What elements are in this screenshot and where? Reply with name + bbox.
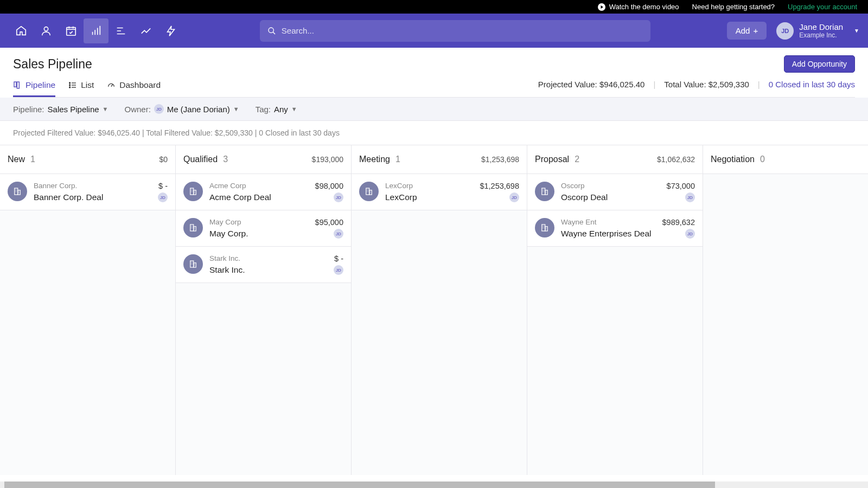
card-company: May Corp [209,218,241,227]
card-owner-avatar: JD [509,192,519,202]
tab-pipeline[interactable]: Pipeline [13,77,55,97]
nav-calendar[interactable] [59,18,84,43]
filter-pipeline[interactable]: Pipeline: Sales Pipeline ▼ [13,105,108,114]
column-count: 0 [760,155,765,164]
card-deal-name: Acme Corp Deal [209,192,271,202]
column-header: New1$0 [0,145,175,174]
card-company: Banner Corp. [34,182,77,190]
opportunity-card[interactable]: Acme Corp$98,000Acme Corp DealJD [176,174,351,210]
nav-pipeline[interactable] [84,18,108,43]
column-header: Qualified3$193,000 [176,145,351,174]
tab-list[interactable]: List [68,77,94,97]
card-deal-name: Stark Inc. [209,265,245,275]
promo-bar: Watch the demo video Need help getting s… [0,0,868,14]
company-icon [535,182,554,201]
cards-container: Acme Corp$98,000Acme Corp DealJDMay Corp… [176,174,351,283]
scrollbar-thumb[interactable] [4,481,715,488]
opportunity-card[interactable]: Oscorp$73,000Oscorp DealJD [527,174,703,210]
chevron-down-icon: ▼ [233,106,239,112]
card-deal-name: LexCorp [385,192,417,202]
card-amount: $73,000 [667,182,695,190]
user-menu[interactable]: JD Jane Dorian Example Inc. ▼ [776,22,859,40]
list-icon [68,81,77,89]
card-amount: $989,632 [662,218,695,227]
column-title: Proposal [535,155,569,164]
watch-demo-text: Watch the demo video [609,3,679,11]
card-deal-name: May Corp. [209,229,248,239]
card-company: Acme Corp [209,182,246,190]
svg-point-6 [69,82,71,84]
search-input[interactable] [282,26,643,35]
company-icon [535,218,554,237]
company-icon [183,218,203,237]
column-title: Qualified [183,155,218,164]
projected-stat: Projected Value: $946,025.40 [538,80,645,89]
nav-reports[interactable] [133,18,158,43]
column-title: New [8,155,25,164]
card-company: LexCorp [385,182,413,190]
user-name: Jane Dorian [799,22,843,31]
nav-home[interactable] [9,18,34,43]
tab-dashboard[interactable]: Dashboard [107,77,161,97]
svg-point-1 [44,27,48,30]
opportunity-card[interactable]: Stark Inc.$ -Stark Inc.JD [176,247,351,283]
card-owner-avatar: JD [685,229,695,239]
mini-stats: Projected Filtered Value: $946,025.40 | … [0,121,868,145]
horizontal-scrollbar[interactable] [0,481,868,488]
card-amount: $98,000 [315,182,343,190]
plus-icon: + [753,26,758,35]
column-count: 1 [30,155,35,164]
card-owner-avatar: JD [334,265,343,275]
closed-stat[interactable]: 0 Closed in last 30 days [769,80,855,89]
kanban-column: Qualified3$193,000Acme Corp$98,000Acme C… [176,145,352,475]
cards-container: LexCorp$1,253,698LexCorpJD [352,174,527,210]
column-value: $1,062,632 [657,155,695,164]
column-count: 2 [575,155,579,164]
card-amount: $1,253,698 [480,182,519,190]
search-box[interactable] [260,20,650,42]
gauge-icon [107,81,116,89]
filter-owner[interactable]: Owner: JD Me (Jane Dorian) ▼ [125,104,239,114]
card-deal-name: Banner Corp. Deal [34,192,103,202]
card-company: Stark Inc. [209,254,240,263]
opportunity-card[interactable]: LexCorp$1,253,698LexCorpJD [352,174,527,210]
add-opportunity-button[interactable]: Add Opportunity [784,55,855,73]
opportunity-card[interactable]: May Corp$95,000May Corp.JD [176,210,351,247]
nav-automations[interactable] [158,18,183,43]
svg-rect-2 [67,27,76,35]
svg-rect-21 [542,224,545,231]
column-title: Negotiation [711,155,755,164]
card-amount: $95,000 [315,218,343,227]
card-amount: $ - [158,182,168,190]
card-deal-name: Oscorp Deal [561,192,608,202]
main-header: Add + JD Jane Dorian Example Inc. ▼ [0,14,868,48]
column-value: $193,000 [312,155,343,164]
tab-list-label: List [81,80,94,90]
card-company: Oscorp [561,182,585,190]
nav-contacts[interactable] [34,18,59,43]
nav-tasks[interactable] [108,18,133,43]
column-title: Meeting [359,155,390,164]
view-tabs: Pipeline List Dashboard [13,77,161,97]
opportunity-card[interactable]: Banner Corp.$ -Banner Corp. DealJD [0,174,175,210]
chevron-down-icon: ▼ [103,106,108,112]
column-value: $1,253,698 [481,155,519,164]
company-icon [183,182,203,201]
kanban-column: Negotiation0 [703,145,868,475]
add-button[interactable]: Add + [727,22,767,40]
watch-demo-link[interactable]: Watch the demo video [597,3,679,11]
total-stat: Total Value: $2,509,330 [664,80,749,89]
card-owner-avatar: JD [685,192,695,202]
card-owner-avatar: JD [158,192,168,202]
header-right: Add + JD Jane Dorian Example Inc. ▼ [727,22,859,40]
opportunity-card[interactable]: Wayne Ent$989,632Wayne Enterprises DealJ… [527,210,703,247]
svg-rect-15 [190,261,194,267]
svg-point-7 [69,85,71,86]
svg-rect-9 [15,188,18,195]
filter-tag[interactable]: Tag: Any ▼ [256,105,297,114]
help-link[interactable]: Need help getting started? [692,3,775,11]
column-header: Meeting1$1,253,698 [352,145,527,174]
tab-dashboard-label: Dashboard [119,80,161,90]
user-avatar: JD [776,22,794,40]
upgrade-link[interactable]: Upgrade your account [788,3,857,11]
